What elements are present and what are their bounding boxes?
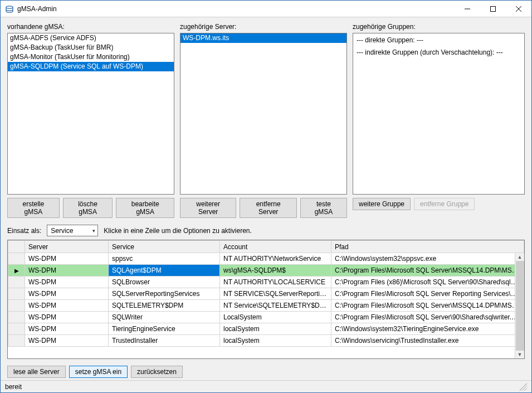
einsatz-combo[interactable]: Service ▾ — [47, 225, 98, 236]
gmsa-list-item[interactable]: gMSA-SQLDPM (Service SQL auf WS-DPM) — [8, 62, 174, 71]
add-server-button[interactable]: weiterer Server — [180, 198, 236, 218]
test-gmsa-button[interactable]: teste gMSA — [300, 198, 347, 218]
server-button-row: weiterer Server entferne Server teste gM… — [180, 198, 347, 218]
cell-pfad[interactable]: C:\Program Files\Microsoft SQL Server\MS… — [331, 265, 524, 276]
services-grid-wrap: Server Service Account Pfad WS-DPMsppsvc… — [7, 240, 525, 359]
cell-server[interactable]: WS-DPM — [25, 323, 109, 335]
gmsa-list-item[interactable]: gMSA-Backup (TaskUser für BMR) — [8, 43, 174, 52]
einsatz-label: Einsatz als: — [7, 227, 41, 235]
server-list-item[interactable]: WS-DPM.ws.its — [180, 33, 346, 43]
cell-server[interactable]: WS-DPM — [25, 312, 109, 323]
cell-service[interactable]: SQLBrowser — [109, 276, 220, 288]
scroll-up-icon[interactable]: ▲ — [516, 253, 524, 261]
group-button-row: weitere Gruppe entferne Gruppe — [353, 198, 525, 210]
top-panels: vorhandene gMSA: gMSA-ADFS (Service ADFS… — [7, 23, 525, 218]
bottom-button-row: lese alle Server setze gMSA ein zurückse… — [7, 366, 525, 378]
reset-button[interactable]: zurücksetzen — [131, 366, 183, 378]
row-header — [8, 276, 25, 288]
cell-service[interactable]: TieringEngineService — [109, 323, 220, 335]
status-bar: bereit — [1, 380, 531, 392]
cell-server[interactable]: WS-DPM — [25, 288, 109, 300]
svg-rect-2 — [491, 6, 496, 11]
chevron-down-icon: ▾ — [92, 228, 95, 234]
col-server[interactable]: Server — [25, 241, 109, 253]
cell-server[interactable]: WS-DPM — [25, 276, 109, 288]
col-service[interactable]: Service — [109, 241, 220, 253]
content-area: vorhandene gMSA: gMSA-ADFS (Service ADFS… — [1, 17, 531, 380]
cell-pfad[interactable]: C:\Program Files\Microsoft SQL Server\90… — [331, 312, 524, 323]
cell-server[interactable]: WS-DPM — [25, 335, 109, 347]
table-row[interactable]: WS-DPMSQLServerReportingServicesNT SERVI… — [8, 288, 524, 300]
cell-service[interactable]: SQLServerReportingServices — [109, 288, 220, 300]
cell-service[interactable]: SQLAgent$DPM — [109, 265, 220, 276]
cell-server[interactable]: WS-DPM — [25, 300, 109, 312]
table-row[interactable]: WS-DPMSQLBrowserNT AUTHORITY\LOCALSERVIC… — [8, 276, 524, 288]
group-column: zugehörige Gruppen: --- direkte Gruppen:… — [353, 23, 525, 218]
cell-pfad[interactable]: C:\Windows\servicing\TrustedInstaller.ex… — [331, 335, 524, 347]
einsatz-row: Einsatz als: Service ▾ Klicke in eine Ze… — [7, 225, 525, 236]
table-row[interactable]: WS-DPMsppsvcNT AUTHORITY\NetworkServiceC… — [8, 253, 524, 265]
hint-label: Klicke in eine Zeile um die Optionen zu … — [104, 227, 251, 235]
table-row[interactable]: WS-DPMSQLWriterLocalSystemC:\Program Fil… — [8, 312, 524, 323]
cell-account[interactable]: localSystem — [220, 323, 331, 335]
cell-account[interactable]: NT Service\SQLTELEMETRY$DPM — [220, 300, 331, 312]
close-button[interactable] — [506, 1, 531, 17]
row-header — [8, 323, 25, 335]
add-group-button[interactable]: weitere Gruppe — [353, 198, 411, 210]
table-row[interactable]: WS-DPMSQLTELEMETRY$DPMNT Service\SQLTELE… — [8, 300, 524, 312]
cell-pfad[interactable]: C:\Program Files (x86)\Microsoft SQL Ser… — [331, 276, 524, 288]
services-grid[interactable]: Server Service Account Pfad WS-DPMsppsvc… — [8, 240, 524, 347]
server-listbox[interactable]: WS-DPM.ws.its — [180, 33, 347, 195]
cell-account[interactable]: NT AUTHORITY\LOCALSERVICE — [220, 276, 331, 288]
row-header: ▶ — [8, 265, 25, 276]
group-label: zugehörige Gruppen: — [353, 23, 525, 31]
cell-pfad[interactable]: C:\Program Files\Microsoft SQL Server\MS… — [331, 300, 524, 312]
table-row[interactable]: WS-DPMTieringEngineServicelocalSystemC:\… — [8, 323, 524, 335]
table-row[interactable]: ▶WS-DPMSQLAgent$DPMws\gMSA-SQLDPM$C:\Pro… — [8, 265, 524, 276]
app-window: gMSA-Admin vorhandene gMSA: gMSA-ADFS (S… — [0, 0, 532, 393]
set-gmsa-button[interactable]: setze gMSA ein — [69, 366, 128, 378]
read-servers-button[interactable]: lese alle Server — [7, 366, 66, 378]
rowheader-corner — [8, 241, 25, 253]
cell-pfad[interactable]: C:\Windows\system32\TieringEngineService… — [331, 323, 524, 335]
gmsa-list-item[interactable]: gMSA-ADFS (Service ADFS) — [8, 33, 174, 43]
cell-service[interactable]: TrustedInstaller — [109, 335, 220, 347]
resize-grip[interactable] — [519, 383, 527, 391]
row-header — [8, 300, 25, 312]
remove-server-button[interactable]: entferne Server — [240, 198, 297, 218]
scroll-down-icon[interactable]: ▼ — [516, 351, 524, 358]
table-row[interactable]: WS-DPMTrustedInstallerlocalSystemC:\Wind… — [8, 335, 524, 347]
cell-pfad[interactable]: C:\Windows\system32\sppsvc.exe — [331, 253, 524, 265]
cell-server[interactable]: WS-DPM — [25, 253, 109, 265]
scroll-thumb[interactable] — [516, 261, 524, 351]
group-box: --- direkte Gruppen: --- --- indirekte G… — [353, 33, 525, 195]
cell-account[interactable]: NT AUTHORITY\NetworkService — [220, 253, 331, 265]
maximize-button[interactable] — [480, 1, 506, 17]
cell-account[interactable]: localSystem — [220, 335, 331, 347]
gmsa-label: vorhandene gMSA: — [7, 23, 174, 31]
remove-group-button[interactable]: entferne Gruppe — [414, 198, 475, 210]
gmsa-list-item[interactable]: gMSA-Monitor (TaskUser für Monitoring) — [8, 52, 174, 62]
window-buttons — [455, 1, 531, 17]
delete-gmsa-button[interactable]: lösche gMSA — [63, 198, 113, 218]
row-header — [8, 288, 25, 300]
gmsa-listbox[interactable]: gMSA-ADFS (Service ADFS)gMSA-Backup (Tas… — [7, 33, 174, 195]
minimize-button[interactable] — [455, 1, 480, 17]
cell-account[interactable]: LocalSystem — [220, 312, 331, 323]
cell-service[interactable]: SQLTELEMETRY$DPM — [109, 300, 220, 312]
vertical-scrollbar[interactable]: ▲ ▼ — [515, 253, 524, 358]
svg-point-0 — [6, 6, 13, 8]
cell-service[interactable]: SQLWriter — [109, 312, 220, 323]
col-account[interactable]: Account — [220, 241, 331, 253]
col-pfad[interactable]: Pfad — [331, 241, 524, 253]
titlebar: gMSA-Admin — [1, 1, 531, 17]
cell-service[interactable]: sppsvc — [109, 253, 220, 265]
cell-server[interactable]: WS-DPM — [25, 265, 109, 276]
cell-account[interactable]: ws\gMSA-SQLDPM$ — [220, 265, 331, 276]
edit-gmsa-button[interactable]: bearbeite gMSA — [116, 198, 174, 218]
cell-pfad[interactable]: C:\Program Files\Microsoft SQL Server Re… — [331, 288, 524, 300]
grid-header-row: Server Service Account Pfad — [8, 241, 524, 253]
direct-groups-label: --- direkte Gruppen: --- — [357, 36, 521, 45]
create-gmsa-button[interactable]: erstelle gMSA — [7, 198, 60, 218]
cell-account[interactable]: NT SERVICE\SQLServerReportingSer... — [220, 288, 331, 300]
